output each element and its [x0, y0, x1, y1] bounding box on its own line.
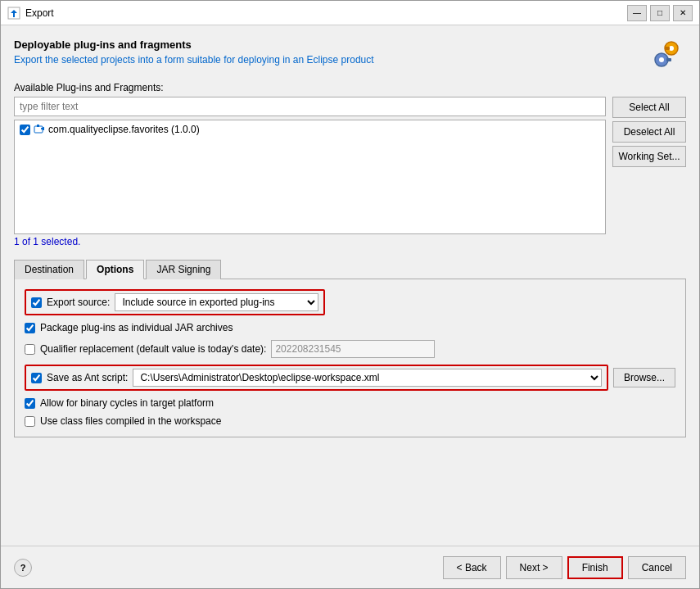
plugin-name: com.qualityeclipse.favorites (1.0.0) — [48, 124, 200, 135]
qualifier-checkbox[interactable] — [25, 344, 35, 355]
use-class-files-label: Use class files compiled in the workspac… — [40, 415, 221, 427]
header-text: Deployable plug-ins and fragments Export… — [14, 39, 647, 66]
help-button[interactable]: ? — [14, 559, 32, 577]
working-set-button[interactable]: Working Set... — [612, 146, 686, 167]
svg-rect-10 — [43, 127, 44, 130]
tab-options[interactable]: Options — [86, 260, 144, 279]
export-source-dropdown[interactable]: Include source in exported plug-ins Do n… — [115, 293, 318, 311]
footer: ? < Back Next > Finish Cancel — [1, 546, 699, 588]
tab-bar: Destination Options JAR Signing — [14, 259, 686, 279]
header-title: Deployable plug-ins and fragments — [14, 39, 647, 51]
package-plugins-label: Package plug-ins as individual JAR archi… — [40, 322, 233, 333]
svg-rect-8 — [37, 125, 39, 127]
header-subtitle: Export the selected projects into a form… — [14, 54, 647, 66]
allow-binary-label: Allow for binary cycles in target platfo… — [40, 397, 214, 409]
export-source-label: Export source: — [47, 297, 110, 308]
title-bar: Export — □ ✕ — [1, 1, 699, 25]
title-bar-left: Export — [7, 7, 54, 20]
content-area: Deployable plug-ins and fragments Export… — [1, 25, 699, 546]
back-button[interactable]: < Back — [443, 556, 501, 579]
tab-destination[interactable]: Destination — [14, 260, 84, 279]
package-plugins-checkbox[interactable] — [25, 323, 35, 333]
browse-button[interactable]: Browse... — [613, 368, 675, 387]
allow-binary-checkbox[interactable] — [25, 398, 35, 409]
use-class-files-checkbox[interactable] — [25, 416, 35, 427]
use-class-files-row: Use class files compiled in the workspac… — [25, 415, 675, 427]
footer-left: ? — [14, 559, 32, 577]
header-logo — [647, 39, 686, 74]
minimize-button[interactable]: — — [627, 5, 647, 21]
plugins-panel: com.qualityeclipse.favorites (1.0.0) Sel… — [14, 97, 686, 234]
qualifier-row: Qualifier replacement (default value is … — [25, 340, 675, 358]
plugins-section: Available Plug-ins and Fragments: — [14, 82, 686, 247]
svg-rect-3 — [665, 47, 670, 50]
maximize-button[interactable]: □ — [650, 5, 670, 21]
cancel-button[interactable]: Cancel — [628, 556, 686, 579]
sidebar-buttons: Select All Deselect All Working Set... — [612, 97, 686, 234]
save-ant-checkbox[interactable] — [31, 373, 42, 383]
qualifier-input[interactable] — [271, 340, 435, 358]
select-all-button[interactable]: Select All — [612, 97, 686, 118]
tab-content-options: Export source: Include source in exporte… — [14, 279, 686, 437]
export-source-row: Export source: Include source in exporte… — [25, 289, 675, 315]
plugin-icon — [34, 124, 45, 135]
svg-point-5 — [659, 57, 664, 62]
plugin-listbox: com.qualityeclipse.favorites (1.0.0) — [14, 120, 606, 234]
ant-path-dropdown[interactable]: C:\Users\Administrator\Desktop\eclipse-w… — [133, 369, 602, 387]
title-bar-controls: — □ ✕ — [627, 5, 693, 21]
next-button[interactable]: Next > — [506, 556, 562, 579]
deselect-all-button[interactable]: Deselect All — [612, 121, 686, 143]
export-source-checkbox[interactable] — [31, 297, 42, 308]
window-title: Export — [25, 7, 54, 19]
export-source-highlight: Export source: Include source in exporte… — [25, 289, 325, 315]
footer-right: < Back Next > Finish Cancel — [443, 556, 686, 579]
plugin-item: com.qualityeclipse.favorites (1.0.0) — [16, 122, 603, 137]
allow-binary-row: Allow for binary cycles in target platfo… — [25, 397, 675, 409]
header-section: Deployable plug-ins and fragments Export… — [14, 39, 686, 74]
export-dialog: Export — □ ✕ Deployable plug-ins and fra… — [0, 0, 700, 589]
export-icon — [7, 7, 20, 20]
package-plugins-row: Package plug-ins as individual JAR archi… — [25, 322, 675, 333]
plugin-list-area: com.qualityeclipse.favorites (1.0.0) — [14, 97, 606, 234]
svg-rect-6 — [666, 58, 671, 61]
tabs-section: Destination Options JAR Signing Export s… — [14, 259, 686, 437]
plugin-checkbox[interactable] — [20, 125, 30, 135]
filter-input[interactable] — [14, 97, 606, 116]
tab-jar-signing[interactable]: JAR Signing — [146, 260, 221, 279]
close-button[interactable]: ✕ — [673, 5, 693, 21]
plugins-section-label: Available Plug-ins and Fragments: — [14, 82, 686, 93]
finish-button[interactable]: Finish — [567, 556, 623, 579]
ant-script-highlight: Save as Ant script: C:\Users\Administrat… — [25, 365, 608, 391]
ant-script-row: Save as Ant script: C:\Users\Administrat… — [25, 365, 675, 391]
selected-count: 1 of 1 selected. — [14, 236, 686, 247]
qualifier-label: Qualifier replacement (default value is … — [40, 343, 266, 355]
save-ant-label: Save as Ant script: — [47, 372, 128, 383]
